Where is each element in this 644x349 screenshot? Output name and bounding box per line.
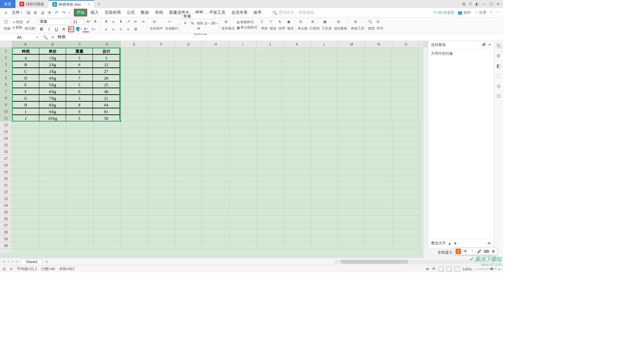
- font-size-select[interactable]: [72, 19, 85, 25]
- sheet-prev-icon[interactable]: <: [7, 260, 10, 263]
- cell-D3[interactable]: 12: [93, 61, 120, 68]
- cell-G27[interactable]: [175, 222, 202, 229]
- cell-O17[interactable]: [392, 155, 420, 162]
- cell-L10[interactable]: [310, 108, 337, 115]
- cell-K9[interactable]: [282, 101, 310, 108]
- cell-J28[interactable]: [257, 229, 284, 236]
- cell-N17[interactable]: [365, 155, 392, 162]
- tab-data[interactable]: 数据: [138, 9, 152, 16]
- cell-G9[interactable]: [174, 101, 201, 108]
- cell-K21[interactable]: [284, 182, 311, 189]
- font-select[interactable]: [39, 19, 70, 25]
- cell-I20[interactable]: [229, 175, 257, 182]
- cell-E16[interactable]: [121, 148, 148, 155]
- cell-B21[interactable]: [39, 182, 66, 189]
- cell-H25[interactable]: [202, 209, 229, 215]
- tab-insert[interactable]: 插入: [88, 9, 101, 16]
- cursor-icon[interactable]: ↖: [496, 43, 502, 49]
- worksheet-button[interactable]: ▦工作表: [322, 20, 332, 31]
- cell-N28[interactable]: [365, 229, 392, 236]
- cell-J30[interactable]: [257, 242, 284, 249]
- cell-A19[interactable]: [12, 168, 39, 175]
- cell-M9[interactable]: [337, 101, 364, 108]
- preview-icon[interactable]: 👁: [47, 10, 52, 15]
- cell-J4[interactable]: [255, 68, 282, 74]
- cell-E9[interactable]: [119, 101, 147, 108]
- cell-K6[interactable]: [282, 81, 310, 88]
- cell-M22[interactable]: [338, 189, 365, 195]
- cell-M17[interactable]: [338, 155, 365, 162]
- cell-B25[interactable]: [39, 209, 66, 215]
- cell-L22[interactable]: [311, 189, 338, 195]
- cell-E3[interactable]: [119, 61, 147, 68]
- qat-dropdown[interactable]: ▾: [68, 11, 70, 14]
- cell-H23[interactable]: [202, 195, 229, 202]
- cell-M2[interactable]: [337, 54, 364, 61]
- cell-L6[interactable]: [310, 81, 337, 88]
- cell-K27[interactable]: [284, 222, 311, 229]
- cell-I13[interactable]: [229, 128, 257, 135]
- cell-K25[interactable]: [284, 209, 311, 215]
- cell-M5[interactable]: [337, 74, 364, 81]
- cell-E2[interactable]: [119, 54, 147, 61]
- col-header-L[interactable]: L: [311, 41, 338, 48]
- indent-dec-icon[interactable]: ⇤: [132, 19, 139, 25]
- cell-E20[interactable]: [121, 175, 148, 182]
- cell-J18[interactable]: [257, 162, 284, 168]
- cell-L21[interactable]: [311, 182, 338, 189]
- cell-A6[interactable]: E: [12, 81, 39, 88]
- sheet-first-icon[interactable]: |<: [2, 260, 6, 263]
- cell-G2[interactable]: [174, 54, 201, 61]
- cell-E12[interactable]: [121, 121, 148, 128]
- cell-D19[interactable]: [94, 168, 121, 175]
- cell-K26[interactable]: [284, 215, 311, 222]
- name-box-input[interactable]: [10, 35, 30, 39]
- row-header-21[interactable]: 21: [0, 182, 12, 189]
- cell-D23[interactable]: [94, 195, 121, 202]
- cell-I25[interactable]: [229, 209, 257, 215]
- cell-A29[interactable]: [12, 236, 39, 242]
- cell-K1[interactable]: [282, 48, 310, 54]
- cell-L25[interactable]: [311, 209, 338, 215]
- cell-D4[interactable]: 27: [93, 68, 120, 74]
- paste-button[interactable]: 📋粘贴: [4, 20, 11, 31]
- cell-E21[interactable]: [121, 182, 148, 189]
- cell-B1[interactable]: 单价: [39, 48, 66, 54]
- cell-A11[interactable]: J: [12, 115, 39, 121]
- cell-M8[interactable]: [337, 95, 364, 101]
- cell-J7[interactable]: [255, 88, 282, 95]
- cell-L27[interactable]: [311, 222, 338, 229]
- cell-C30[interactable]: [66, 242, 94, 249]
- cell-K17[interactable]: [284, 155, 311, 162]
- cell-A27[interactable]: [12, 222, 39, 229]
- cell-L8[interactable]: [310, 95, 337, 101]
- cell-M28[interactable]: [338, 229, 365, 236]
- row-header-16[interactable]: 16: [0, 148, 12, 155]
- cell-J5[interactable]: [255, 74, 282, 81]
- filter-button[interactable]: ▽筛选: [270, 20, 276, 31]
- cell-E5[interactable]: [119, 74, 147, 81]
- dec-decimal-icon[interactable]: .00←: [212, 20, 218, 26]
- cell-F15[interactable]: [148, 142, 175, 148]
- cell-L7[interactable]: [310, 88, 337, 95]
- cell-G18[interactable]: [175, 162, 202, 168]
- cell-C18[interactable]: [66, 162, 94, 168]
- cell-D27[interactable]: [94, 222, 121, 229]
- cell-H5[interactable]: [201, 74, 228, 81]
- cell-I6[interactable]: [228, 81, 255, 88]
- cell-F7[interactable]: [147, 88, 174, 95]
- cell-H28[interactable]: [202, 229, 229, 236]
- cell-K22[interactable]: [284, 189, 311, 195]
- font-color-button[interactable]: A▾: [83, 26, 89, 32]
- cell-H9[interactable]: [201, 101, 228, 108]
- tab-template[interactable]: D 找稻壳模板: [15, 0, 48, 8]
- cell-O7[interactable]: [391, 88, 418, 95]
- cells-area[interactable]: 种类单价重量合计A1/kg33B2/kg612C3/kg927D4/kg728E…: [12, 48, 423, 258]
- cell-M11[interactable]: [337, 115, 364, 121]
- cell-G24[interactable]: [175, 202, 202, 209]
- cell-N11[interactable]: [364, 115, 391, 121]
- cell-C19[interactable]: [66, 168, 94, 175]
- ime-punct-icon[interactable]: °: [470, 249, 475, 254]
- cell-B7[interactable]: 6/kg: [39, 88, 66, 95]
- cell-D2[interactable]: 3: [93, 54, 120, 61]
